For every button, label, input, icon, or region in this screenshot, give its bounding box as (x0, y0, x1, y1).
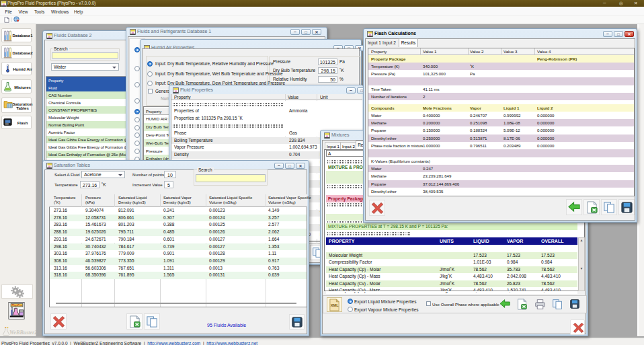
svg-text:WeBBusterZ: WeBBusterZ (9, 330, 36, 336)
svg-text:PhysPro: PhysPro (12, 304, 23, 307)
svg-text:XML: XML (331, 303, 339, 307)
